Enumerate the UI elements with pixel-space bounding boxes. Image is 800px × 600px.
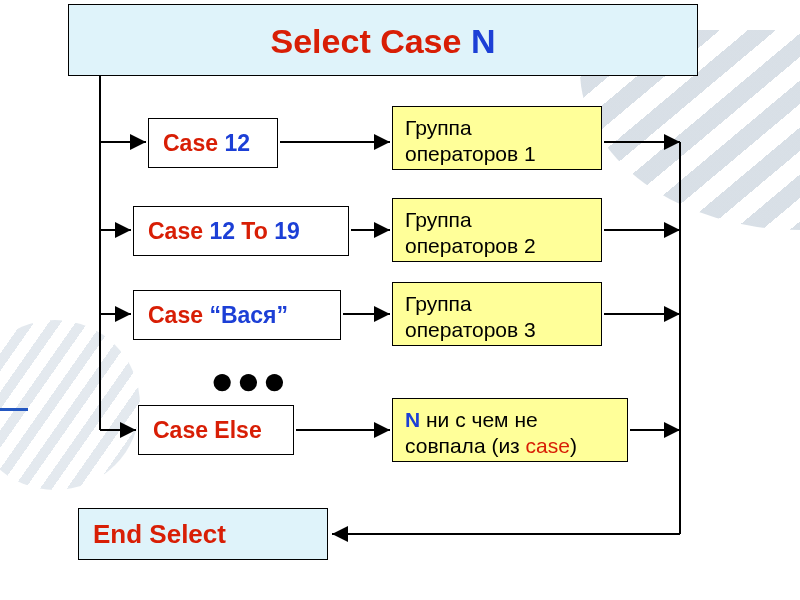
op-group-2: Группа операторов 2 [392, 198, 602, 262]
op-group-3: Группа операторов 3 [392, 282, 602, 346]
case-3: Case “Вася” [133, 290, 341, 340]
ellipsis-icon: ●●● [210, 358, 288, 403]
select-case-var: N [471, 22, 496, 60]
select-case-header: Select Case N [68, 4, 698, 76]
select-case-keyword: Select Case [271, 22, 462, 60]
case-else: Case Else [138, 405, 294, 455]
op-group-1: Группа операторов 1 [392, 106, 602, 170]
end-select: End Select [78, 508, 328, 560]
decorative-dash [0, 408, 28, 411]
case-1: Case 12 [148, 118, 278, 168]
op-else: N ни с чем не совпала (из case) [392, 398, 628, 462]
case-2: Case 12 To 19 [133, 206, 349, 256]
